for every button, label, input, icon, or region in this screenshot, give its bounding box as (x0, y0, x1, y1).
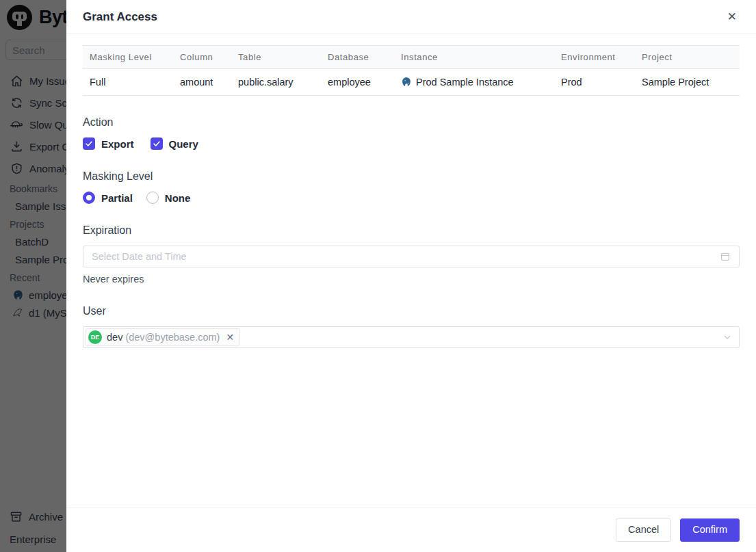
checkbox-label: Export (101, 138, 134, 150)
user-select[interactable]: DE dev (dev@bytebase.com) ✕ (83, 326, 740, 348)
instance-name: Prod Sample Instance (416, 77, 514, 88)
action-label: Action (83, 116, 740, 129)
close-icon[interactable]: ✕ (727, 11, 737, 23)
checkbox-label: Query (169, 138, 198, 150)
radio-unselected-icon (146, 192, 159, 204)
checkbox-checked-icon (151, 137, 163, 150)
modal-title: Grant Access (83, 10, 157, 24)
modal-footer: Cancel Confirm (66, 508, 756, 552)
grant-table: Masking Level Column Table Database Inst… (83, 45, 740, 96)
remove-user-icon[interactable]: ✕ (226, 332, 234, 342)
column-header-project: Project (635, 46, 740, 69)
column-header-column: Column (173, 46, 231, 69)
modal-body: Masking Level Column Table Database Inst… (66, 34, 756, 508)
cell-column: amount (173, 69, 231, 96)
column-header-table: Table (231, 46, 321, 69)
avatar: DE (88, 330, 102, 344)
column-header-masking-level: Masking Level (83, 46, 173, 69)
modal-header: Grant Access ✕ (66, 0, 756, 34)
expiration-section: Expiration Select Date and Time Never ex… (83, 224, 740, 285)
user-label: User (83, 305, 740, 317)
partial-radio[interactable]: Partial (83, 192, 133, 204)
cell-database: employee (321, 69, 394, 96)
export-checkbox[interactable]: Export (83, 137, 134, 150)
confirm-button[interactable]: Confirm (680, 518, 740, 542)
column-header-instance: Instance (394, 46, 554, 69)
user-section: User DE dev (dev@bytebase.com) ✕ (83, 305, 740, 348)
table-row: Full amount public.salary employee Prod … (83, 69, 740, 96)
cell-instance: Prod Sample Instance (394, 69, 554, 96)
postgres-icon (401, 77, 412, 88)
calendar-icon (720, 251, 731, 262)
column-header-database: Database (321, 46, 394, 69)
masking-level-label: Masking Level (83, 170, 740, 183)
table-header-row: Masking Level Column Table Database Inst… (83, 46, 740, 69)
none-radio[interactable]: None (146, 192, 191, 204)
radio-label: None (165, 192, 191, 204)
expiration-helper: Never expires (83, 274, 740, 285)
chevron-down-icon (722, 332, 732, 342)
user-tag: DE dev (dev@bytebase.com) ✕ (86, 328, 240, 346)
cell-project: Sample Project (635, 69, 740, 96)
expiration-date-input[interactable]: Select Date and Time (83, 246, 740, 267)
masking-level-section: Masking Level Partial None (83, 170, 740, 204)
radio-selected-icon (83, 192, 95, 204)
date-placeholder: Select Date and Time (92, 251, 187, 262)
expiration-label: Expiration (83, 224, 740, 237)
checkbox-checked-icon (83, 137, 95, 150)
query-checkbox[interactable]: Query (151, 137, 198, 150)
cell-table: public.salary (231, 69, 321, 96)
user-name: dev (107, 332, 122, 343)
cell-environment: Prod (554, 69, 635, 96)
user-email: (dev@bytebase.com) (125, 332, 220, 343)
grant-access-modal: Grant Access ✕ Masking Level Column Tabl… (66, 0, 756, 552)
cancel-button[interactable]: Cancel (616, 518, 671, 542)
column-header-environment: Environment (554, 46, 635, 69)
action-section: Action Export Query (83, 116, 740, 150)
cell-masking-level: Full (83, 69, 173, 96)
radio-label: Partial (101, 192, 133, 204)
